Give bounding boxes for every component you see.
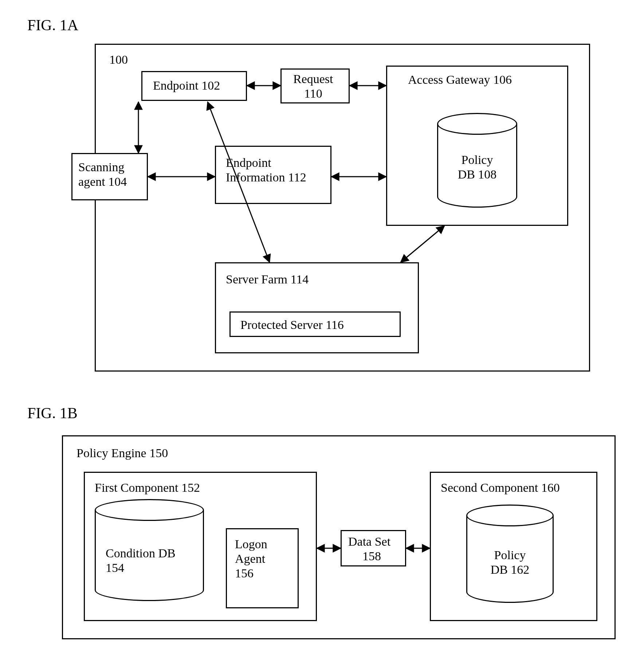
data-set-label-2: 158 — [362, 549, 381, 563]
policy-db-162-cylinder: Policy DB 162 — [466, 505, 554, 603]
figure-1b-title: FIG. 1B — [27, 404, 78, 422]
logon-agent-label-2: Agent — [235, 552, 265, 566]
policy-db-162-label-2: DB 162 — [466, 563, 554, 577]
endpoint-info-label-1: Endpoint — [226, 156, 271, 170]
condition-db-label-1: Condition DB — [106, 546, 176, 560]
policy-engine-label: Policy Engine 150 — [76, 446, 168, 460]
scanning-agent-label-2: agent 104 — [78, 175, 127, 189]
condition-db-label-2: 154 — [106, 561, 124, 575]
first-component-label: First Component 152 — [95, 481, 200, 495]
request-label-2: 110 — [304, 87, 322, 101]
request-label-1: Request — [293, 72, 333, 86]
server-farm-label: Server Farm 114 — [226, 272, 309, 286]
endpoint-label: Endpoint 102 — [153, 79, 220, 93]
gateway-label: Access Gateway 106 — [408, 73, 512, 87]
logon-agent-label-3: 156 — [235, 566, 254, 580]
policy-db-162-label-1: Policy — [466, 548, 554, 562]
logon-agent-label-1: Logon — [235, 537, 267, 551]
policy-db-108-label-2: DB 108 — [437, 168, 517, 181]
figure-1a-title: FIG. 1A — [27, 16, 78, 34]
endpoint-info-label-2: Information 112 — [226, 170, 306, 184]
system-100-label: 100 — [109, 53, 128, 67]
protected-server-label: Protected Server 116 — [240, 318, 344, 332]
second-component-label: Second Component 160 — [441, 481, 560, 495]
data-set-label-1: Data Set — [348, 535, 390, 549]
policy-db-108-cylinder: Policy DB 108 — [437, 113, 517, 208]
scanning-agent-label-1: Scanning — [78, 160, 125, 174]
policy-db-108-label-1: Policy — [437, 153, 517, 167]
